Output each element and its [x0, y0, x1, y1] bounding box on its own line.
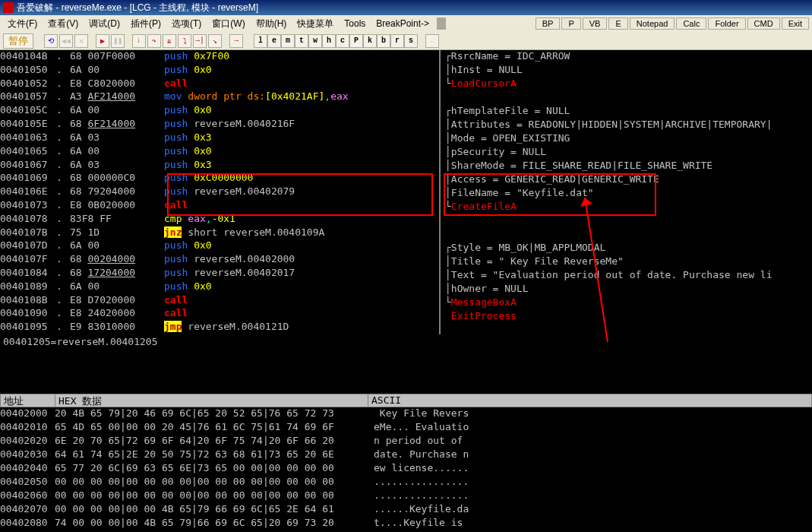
disasm-row[interactable]: 0040108B.E8 D7020000call: [0, 294, 439, 308]
tilluser-icon[interactable]: ↘: [208, 34, 222, 48]
disasm-row[interactable]: 00401084.68 17204000push reverseM.004020…: [0, 267, 439, 280]
window-titlebar[interactable]: 吾爱破解 - reverseMe.exe - [LCG - 主线程, 模块 - …: [0, 0, 812, 15]
disasm-row[interactable]: 0040105C.6A 00push 0x0: [0, 104, 439, 118]
disasm-row[interactable]: 00401050.6A 00push 0x0: [0, 64, 439, 78]
restart-icon[interactable]: ⟲: [44, 34, 58, 48]
dump-header-addr[interactable]: 地址: [1, 394, 55, 407]
disasm-row[interactable]: 00401057.A3 AF214000mov dword ptr ds:[0x…: [0, 90, 439, 104]
traceover-icon[interactable]: ⤵: [178, 34, 191, 48]
disasm-row[interactable]: 00401073.E8 0B020000call: [0, 199, 439, 213]
info-row: [445, 228, 812, 242]
menu-options[interactable]: 选项(T): [167, 16, 206, 32]
info-row: └MessageBoxA: [445, 296, 812, 310]
disasm-row[interactable]: 00401052.E8 C8020000call: [0, 78, 439, 91]
disasm-row[interactable]: 0040104B.68 007F0000push 0x7F00: [0, 50, 439, 64]
disasm-row[interactable]: 00401063.6A 03push 0x3: [0, 131, 439, 145]
pause-icon[interactable]: ❚❚: [111, 34, 125, 48]
dump-row[interactable]: 0040207000 00 00 00|00 00 4B 65|79 66 69…: [0, 503, 812, 517]
btn-e[interactable]: E: [608, 17, 627, 30]
toolbar-letter-b[interactable]: b: [377, 34, 390, 48]
btn-calc[interactable]: Calc: [676, 17, 706, 30]
info-row: │pSecurity = NULL: [445, 146, 812, 160]
dump-row[interactable]: 004020206E 20 70 65|72 69 6F 64|20 6F 75…: [0, 435, 812, 448]
info-row: │hInst = NULL: [445, 64, 812, 78]
menu-window[interactable]: 窗口(W): [207, 16, 249, 32]
toolbar-letter-m[interactable]: m: [281, 34, 295, 48]
dump-row[interactable]: 0040206000 00 00 00|00 00 00 00|00 00 00…: [0, 489, 812, 503]
status-pause: 暂停: [3, 33, 33, 49]
toolbar-letter-r[interactable]: r: [390, 34, 404, 48]
info-row: │Access = GENERIC_READ|GENERIC_WRITE: [445, 173, 812, 187]
tillret-icon[interactable]: →|: [193, 34, 207, 48]
hex-dump-panel[interactable]: 地址 HEX 数据 ASCII 0040200020 4B 65 79|20 4…: [0, 394, 812, 532]
toolbar-letter-k[interactable]: k: [363, 34, 377, 48]
disasm-row[interactable]: 0040107B.75 1Djnz short reverseM.0040109…: [0, 226, 439, 240]
info-row: │Mode = OPEN_EXISTING: [445, 132, 812, 146]
toolbar-letter-t[interactable]: t: [295, 34, 308, 48]
btn-folder[interactable]: Folder: [708, 17, 745, 30]
info-row: ┌Style = MB_OK|MB_APPLMODAL: [445, 242, 812, 255]
close-icon[interactable]: ✕: [74, 34, 88, 48]
menu-help[interactable]: 帮助(H): [251, 16, 292, 32]
toolbar-letter-l[interactable]: l: [254, 34, 267, 48]
info-row: [445, 324, 812, 337]
disasm-row[interactable]: 0040105E.68 6F214000push reverseM.004021…: [0, 118, 439, 131]
run-icon[interactable]: ▶: [96, 34, 109, 48]
disassembly-panel[interactable]: 0040104B.68 007F0000push 0x7F0000401050.…: [0, 50, 441, 334]
dump-header-ascii[interactable]: ASCII: [368, 394, 811, 407]
info-row: │Text = "Evaluation period out of date. …: [445, 269, 812, 283]
dump-row[interactable]: 0040203064 61 74 65|2E 20 50 75|72 63 68…: [0, 448, 812, 462]
disasm-row[interactable]: 00401095.E9 83010000jmp reverseM.0040121…: [0, 321, 439, 334]
disasm-row[interactable]: 0040107F.68 00204000push reverseM.004020…: [0, 253, 439, 267]
disasm-row[interactable]: 00401069.68 000000C0push 0xC0000000: [0, 172, 439, 185]
info-panel[interactable]: ┌RsrcName = IDC_ARROW│hInst = NULL└LoadC…: [441, 50, 812, 334]
disasm-row[interactable]: 00401089.6A 00push 0x0: [0, 280, 439, 294]
btn-cmd[interactable]: CMD: [747, 17, 780, 30]
traceinto-icon[interactable]: ⇊: [163, 34, 176, 48]
toolbar-letter-w[interactable]: w: [308, 34, 322, 48]
info-row: ┌RsrcName = IDC_ARROW: [445, 50, 812, 64]
info-row: [445, 214, 812, 228]
dump-row[interactable]: 0040205000 00 00 00|00 00 00 00|00 00 00…: [0, 476, 812, 489]
stepover-icon[interactable]: ↷: [147, 34, 161, 48]
menu-tools[interactable]: Tools: [340, 17, 370, 30]
menu-debug[interactable]: 调试(D): [84, 16, 125, 32]
disasm-row[interactable]: 00401078.83F8 FFcmp eax,-0x1: [0, 213, 439, 226]
disasm-row[interactable]: 0040106E.68 79204000push reverseM.004020…: [0, 185, 439, 199]
more-icon[interactable]: …: [425, 34, 439, 48]
window-title: 吾爱破解 - reverseMe.exe - [LCG - 主线程, 模块 - …: [17, 2, 258, 14]
toolbar-letter-h[interactable]: h: [322, 34, 336, 48]
disasm-row[interactable]: 00401065.6A 00push 0x0: [0, 145, 439, 159]
menu-file[interactable]: 文件(F): [3, 16, 42, 32]
dump-row[interactable]: 0040208074 00 00 00|00 4B 65 79|66 69 6C…: [0, 517, 812, 530]
dump-row[interactable]: 0040200020 4B 65 79|20 46 69 6C|65 20 52…: [0, 407, 812, 421]
menu-view[interactable]: 查看(V): [43, 16, 83, 32]
btn-bp[interactable]: BP: [536, 17, 561, 30]
btn-notepad[interactable]: Notepad: [630, 17, 675, 30]
dump-row[interactable]: 0040204065 77 20 6C|69 63 65 6E|73 65 00…: [0, 462, 812, 476]
btn-p[interactable]: P: [561, 17, 580, 30]
goto-icon[interactable]: →: [229, 34, 243, 48]
btn-exit[interactable]: Exit: [782, 17, 809, 30]
info-row: ┌hTemplateFile = NULL: [445, 105, 812, 119]
dump-header-hex[interactable]: HEX 数据: [55, 394, 368, 407]
app-icon: [3, 2, 14, 13]
toolbar-letter-e[interactable]: e: [267, 34, 281, 48]
stepinto-icon[interactable]: ↓: [132, 34, 146, 48]
btn-vb[interactable]: VB: [583, 17, 608, 30]
toolbar-letter-P[interactable]: P: [349, 34, 363, 48]
disasm-row[interactable]: 0040107D.6A 00push 0x0: [0, 239, 439, 253]
menu-plugins[interactable]: 插件(P): [126, 16, 166, 32]
menu-quickmenu[interactable]: 快捷菜单: [292, 16, 338, 32]
disasm-row[interactable]: 00401090.E8 24020000call: [0, 307, 439, 321]
mid-gap: [0, 348, 812, 394]
dump-header: 地址 HEX 数据 ASCII: [0, 394, 812, 407]
dump-row[interactable]: 0040201065 4D 65 00|00 00 20 45|76 61 6C…: [0, 421, 812, 435]
info-row: │ShareMode = FILE_SHARE_READ|FILE_SHARE_…: [445, 160, 812, 173]
toolbar-letter-c[interactable]: c: [336, 34, 349, 48]
rewind-icon[interactable]: ◀◀: [59, 34, 73, 48]
menu-breakpoint[interactable]: BreakPoint->: [371, 17, 434, 30]
disasm-row[interactable]: 00401067.6A 03push 0x3: [0, 159, 439, 173]
info-row: ExitProcess: [445, 310, 812, 324]
toolbar-letter-s[interactable]: s: [404, 34, 418, 48]
